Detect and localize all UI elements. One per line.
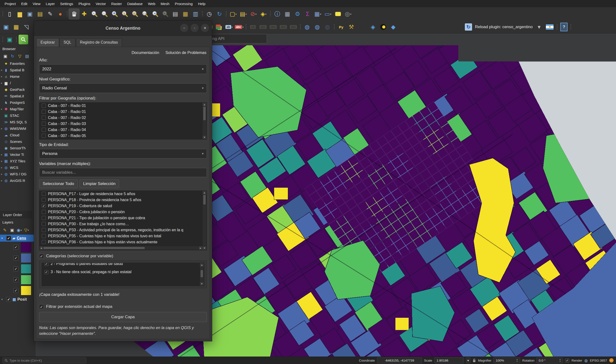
plugin-help-icon[interactable]: ?	[559, 22, 569, 32]
select-features-icon[interactable]: ▢▾	[228, 9, 238, 19]
variable-item[interactable]: PERSONA_P21 - Tipo de jubilación o pensi…	[39, 215, 207, 221]
variable-checkbox[interactable]: ✓	[42, 204, 46, 208]
expand-arrow-icon[interactable]: ▸	[0, 75, 3, 78]
add-group-icon[interactable]: ▣	[9, 227, 15, 234]
menu-view[interactable]: View	[30, 1, 43, 7]
legend-class-row[interactable]: ✓	[0, 285, 35, 296]
variable-item[interactable]: ✓PERSONA_P19 - Cobertura de salud	[39, 203, 207, 209]
dialog-title-bar[interactable]: Censo Argentino –▫✕	[34, 21, 212, 36]
geo-filter-item[interactable]: Caba - 007 - Radio 01	[39, 103, 207, 109]
class-visibility-checkbox[interactable]: ✓	[13, 245, 18, 249]
symbology-icon[interactable]: ●	[55, 9, 65, 19]
geo-filter-item[interactable]: Caba - 007 - Radio 05	[39, 133, 207, 139]
style-manager-icon[interactable]: ✎	[45, 9, 55, 19]
geo-filter-list[interactable]: Caba - 007 - Radio 01Caba - 007 - Radio …	[39, 102, 207, 140]
browser-item-wcs[interactable]: ▸◍WCS	[0, 164, 35, 171]
rotate-label-icon[interactable]: abc	[258, 22, 268, 32]
clear-selection-button[interactable]: Limpiar Selección	[80, 180, 119, 188]
zoom-in-icon[interactable]: +	[89, 9, 99, 19]
geo-filter-item[interactable]: Caba - 007 - Radio 03	[39, 121, 207, 127]
open-project-icon[interactable]: ▆	[15, 9, 25, 19]
filter-legend-icon[interactable]: ▽▾	[23, 227, 30, 234]
menu-edit[interactable]: Edit	[19, 1, 30, 7]
tab-sql[interactable]: SQL	[60, 38, 75, 47]
scale-dropdown-button[interactable]: ▾	[466, 357, 470, 363]
scroll-thumb[interactable]	[201, 270, 203, 277]
troubleshooting-link[interactable]: Solución de Problemas	[165, 50, 206, 55]
browser-item-root[interactable]: ▸▆/	[0, 80, 35, 86]
menu-raster[interactable]: Raster	[108, 1, 124, 7]
browser-item-xyz-tiles[interactable]: ▸▦XYZ Tiles	[0, 158, 35, 164]
stac-browser-icon[interactable]: ▣	[5, 34, 15, 45]
metasearch-icon[interactable]: ◍	[312, 22, 322, 32]
menu-database[interactable]: Database	[124, 1, 145, 7]
variable-item[interactable]: PERSONA_P17 - Lugar de residencia hace 5…	[39, 191, 207, 197]
new-print-layout-icon[interactable]: ▤	[170, 9, 180, 19]
legend-color-swatch[interactable]	[21, 286, 31, 295]
legend-color-swatch[interactable]	[21, 275, 31, 285]
browser-item-favorites[interactable]: ★Favorites	[0, 60, 35, 67]
identify-features-icon[interactable]: ⓘ	[272, 9, 282, 19]
zoom-next-icon[interactable]: ►	[160, 9, 170, 19]
legend-class-row[interactable]: ✓	[0, 274, 35, 285]
crs-indicator[interactable]: EPSG:3857	[590, 359, 607, 362]
variable-item[interactable]: PERSONA_P35 - Cuántas hijas e hijos naci…	[39, 233, 207, 239]
expand-arrow-icon[interactable]: ▸	[0, 173, 3, 175]
class-visibility-checkbox[interactable]: ✓	[13, 277, 18, 282]
scroll-down-button[interactable]: ▼	[200, 282, 204, 286]
browser-item-cloud[interactable]: ☁Cloud	[0, 132, 35, 138]
category-item[interactable]: ✓2 - Programas o planes estatales de sal…	[42, 263, 204, 268]
rotation-spinner[interactable]: 0.0 ° ▲▼	[536, 357, 563, 363]
move-label-icon[interactable]: ab	[248, 22, 258, 32]
menu-mesh[interactable]: Mesh	[158, 1, 172, 7]
category-checkbox[interactable]: ✓	[44, 270, 48, 274]
measure-icon[interactable]: ▭▾	[323, 9, 333, 19]
zoom-native-icon[interactable]: 1:1	[140, 9, 150, 19]
locator-input[interactable]: Type to locate (Ctrl+K)	[2, 357, 86, 363]
expand-arrow-icon[interactable]: ▸	[0, 166, 3, 169]
menu-settings[interactable]: Settings	[57, 1, 76, 7]
save-project-icon[interactable]: ▣	[25, 9, 35, 19]
temporal-controller-icon[interactable]: ◷	[204, 9, 214, 19]
manage-map-themes-icon[interactable]: ◉▾	[16, 227, 23, 234]
load-layer-button[interactable]: Cargar Capa	[39, 312, 207, 322]
variable-item[interactable]: PERSONA_P30 - Ese trabajo ¿lo hace como…	[39, 221, 207, 227]
expand-arrow-icon[interactable]: ▸	[0, 69, 3, 71]
processing-toolbox-icon[interactable]: ⚙	[293, 9, 303, 19]
geo-item-checkbox[interactable]	[42, 116, 46, 120]
menu-project[interactable]: Project	[2, 1, 19, 7]
metasearch-add-icon[interactable]: ◍	[302, 22, 312, 32]
vertical-scrollbar[interactable]: ▲▼	[202, 103, 206, 139]
scroll-up-button[interactable]: ▲	[202, 103, 206, 106]
geo-filter-item[interactable]: Caba - 007 - Radio 01	[39, 109, 207, 115]
search-variables-input[interactable]: Buscar variables...	[39, 168, 207, 177]
browser-item-geopack[interactable]: ◆GeoPack	[0, 86, 35, 93]
browser-collapse-all-icon[interactable]: ▤	[24, 53, 30, 60]
expand-arrow-icon[interactable]: ▸	[0, 82, 3, 84]
new-project-icon[interactable]: ▯	[5, 9, 15, 19]
diagram-toolbar-icon[interactable]: ▾	[214, 22, 224, 32]
variable-checkbox[interactable]	[42, 228, 46, 232]
variable-checkbox[interactable]	[42, 222, 46, 226]
layer-order-tab[interactable]: Layer Order	[0, 211, 32, 218]
zoom-to-selection-icon[interactable]: ▮	[120, 9, 130, 19]
scroll-down-button[interactable]: ▼	[202, 136, 206, 139]
class-visibility-checkbox[interactable]: ✓	[13, 256, 18, 260]
extent-filter-checkbox[interactable]: ✓	[39, 304, 44, 309]
browser-item-postgres[interactable]: ♞PostgreS	[0, 99, 35, 106]
scale-select[interactable]: 1:80186	[434, 357, 464, 363]
reload-plugin-icon[interactable]: ↻	[463, 22, 473, 32]
zoom-out-icon[interactable]: −	[99, 9, 109, 19]
new-report-icon[interactable]: ▤	[35, 9, 45, 19]
render-checkbox[interactable]: ✓	[565, 358, 569, 363]
legend-class-row[interactable]: ✓	[0, 263, 35, 274]
callout-label-icon[interactable]: abc	[288, 22, 298, 32]
scroll-up-button[interactable]: ▲	[202, 191, 206, 195]
variable-item[interactable]: PERSONA_P36 - Cuántas hijas e hijos está…	[39, 239, 207, 245]
menu-web[interactable]: Web	[145, 1, 158, 7]
legend-color-swatch[interactable]	[21, 264, 31, 274]
variables-list[interactable]: PERSONA_P17 - Lugar de residencia hace 5…	[39, 191, 207, 250]
browser-refresh-icon[interactable]: ↻	[9, 53, 16, 60]
search-layers-icon[interactable]: ◍	[322, 22, 333, 32]
zoom-to-layer-icon[interactable]: ▤	[130, 9, 140, 19]
